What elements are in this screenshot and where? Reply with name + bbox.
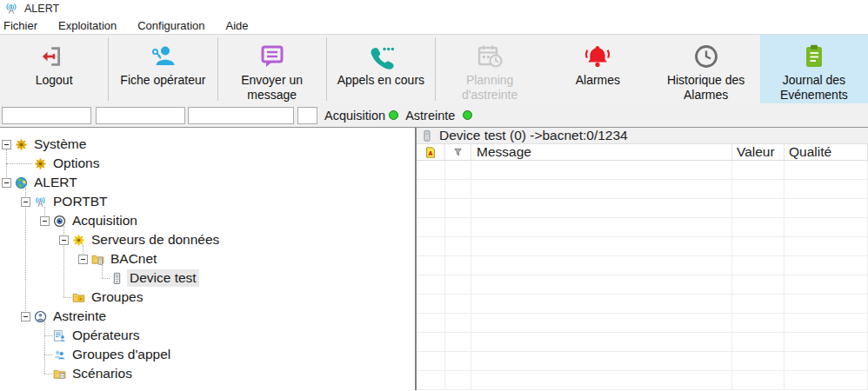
tree-expander[interactable] xyxy=(2,140,11,149)
column-header-message[interactable]: Message xyxy=(471,144,732,160)
event-log-clipboard-icon xyxy=(800,40,828,73)
navigation-tree: Système Options ALERT PORTBT Acquisition… xyxy=(0,128,417,390)
column-header-valeur[interactable]: Valeur xyxy=(732,144,785,160)
table-empty-row xyxy=(417,352,868,371)
table-empty-row xyxy=(417,256,868,275)
event-table-rows xyxy=(417,161,868,390)
table-empty-row xyxy=(417,333,868,352)
folder-doc-icon xyxy=(53,368,66,381)
tree-item-device-test[interactable]: Device test xyxy=(97,268,415,288)
calls-in-progress-icon xyxy=(367,40,395,73)
antenna-icon xyxy=(34,196,47,209)
column-header-filter[interactable] xyxy=(445,144,471,160)
operator-card-icon xyxy=(149,40,177,73)
tree-expander[interactable] xyxy=(40,216,50,226)
menu-configuration[interactable]: Configuration xyxy=(127,17,215,34)
tree-expander[interactable] xyxy=(21,312,30,321)
table-empty-row xyxy=(417,275,868,295)
toolbar: Logout Fiche opérateur Envoyer un messag… xyxy=(0,35,868,103)
tree-expander[interactable] xyxy=(21,197,30,207)
globe-icon xyxy=(15,176,28,189)
tree-item-options[interactable]: Options xyxy=(21,154,415,173)
status-field-1 xyxy=(2,107,91,124)
toolbar-button-alarmes[interactable]: Alarmes xyxy=(544,35,651,103)
event-panel-title: Device test (0) ->bacnet:0/1234 xyxy=(439,128,628,143)
menu-exploitation[interactable]: Exploitation xyxy=(48,17,127,34)
selected-tree-label: Device test xyxy=(127,269,199,287)
table-empty-row xyxy=(417,314,868,333)
tree-item-alert[interactable]: ALERT xyxy=(2,173,415,192)
column-header-alarm-doc[interactable] xyxy=(417,144,445,160)
table-empty-row xyxy=(417,161,868,180)
statusbar: Acquisition Astreinte xyxy=(0,103,868,128)
tree-item-systeme[interactable]: Système xyxy=(2,135,415,154)
astreinte-status-label: Astreinte xyxy=(405,109,455,123)
tree-item-astreinte[interactable]: Astreinte xyxy=(21,307,415,326)
server-icon xyxy=(110,272,124,285)
toolbar-button-fiche-operateur[interactable]: Fiche opérateur xyxy=(109,35,217,103)
logout-icon xyxy=(41,40,67,73)
tree-expander[interactable] xyxy=(78,255,88,264)
event-panel: Device test (0) ->bacnet:0/1234 Message … xyxy=(417,128,868,390)
list-person-icon xyxy=(53,329,66,342)
filter-icon xyxy=(452,146,464,158)
acquisition-status-dot xyxy=(389,110,398,120)
table-empty-row xyxy=(417,218,868,237)
eye-icon xyxy=(53,215,66,228)
tree-item-bacnet[interactable]: BACnet xyxy=(78,249,415,268)
folder-server-icon xyxy=(91,253,104,266)
gear-icon xyxy=(15,138,28,151)
tree-item-scenarios[interactable]: Scénarios xyxy=(40,364,415,383)
status-field-4 xyxy=(297,107,317,124)
toolbar-button-planning-astreinte[interactable]: Planning d'astreinte xyxy=(436,35,544,103)
astreinte-status-dot xyxy=(463,110,472,120)
toolbar-button-journal-evenements[interactable]: Journal des Evénements xyxy=(760,35,868,103)
table-empty-row xyxy=(417,199,868,218)
menubar: Fichier Exploitation Configuration Aide xyxy=(0,17,868,35)
toolbar-button-historique-alarmes[interactable]: Historique des Alarmes xyxy=(652,35,760,103)
gear-icon xyxy=(72,234,85,247)
menu-aide[interactable]: Aide xyxy=(216,17,259,34)
person-circle-icon xyxy=(34,310,47,323)
window-title: ALERT xyxy=(24,3,59,15)
table-empty-row xyxy=(417,180,868,199)
toolbar-button-appels-en-cours[interactable]: Appels en cours xyxy=(327,35,435,103)
alarm-doc-icon xyxy=(424,146,437,159)
event-panel-header: Device test (0) ->bacnet:0/1234 xyxy=(417,128,868,144)
tree-item-groupes-dappel[interactable]: Groupes d'appel xyxy=(40,345,415,364)
folder-gear-icon xyxy=(72,291,85,304)
table-empty-row xyxy=(417,371,868,390)
tree-item-serveurs-de-donnees[interactable]: Serveurs de données xyxy=(59,230,415,249)
menu-fichier[interactable]: Fichier xyxy=(0,17,48,34)
status-field-3 xyxy=(188,107,294,124)
tree-item-portbt[interactable]: PORTBT xyxy=(21,192,415,211)
column-header-qualite[interactable]: Qualité xyxy=(785,144,868,160)
table-empty-row xyxy=(417,295,868,314)
app-antenna-icon xyxy=(4,2,18,16)
acquisition-status-label: Acquisition xyxy=(324,109,385,123)
window-titlebar: ALERT xyxy=(0,0,868,17)
event-table-header: Message Valeur Qualité xyxy=(417,144,868,161)
people-icon xyxy=(53,348,66,361)
tree-item-acquisition[interactable]: Acquisition xyxy=(40,211,415,230)
tree-expander[interactable] xyxy=(59,235,69,245)
gear-icon xyxy=(34,157,47,170)
toolbar-button-logout[interactable]: Logout xyxy=(0,35,108,103)
toolbar-button-envoyer-message[interactable]: Envoyer un message xyxy=(218,35,326,103)
alarms-bell-icon xyxy=(584,40,611,73)
tree-item-operateurs[interactable]: Opérateurs xyxy=(40,326,415,345)
oncall-planning-icon xyxy=(476,40,504,73)
send-message-icon xyxy=(258,40,286,73)
table-empty-row xyxy=(417,237,868,256)
tree-item-groupes[interactable]: Groupes xyxy=(59,288,415,307)
status-field-2 xyxy=(96,107,185,124)
tree-expander[interactable] xyxy=(2,178,11,188)
alarm-history-clock-icon xyxy=(692,40,720,73)
server-icon xyxy=(421,129,433,142)
